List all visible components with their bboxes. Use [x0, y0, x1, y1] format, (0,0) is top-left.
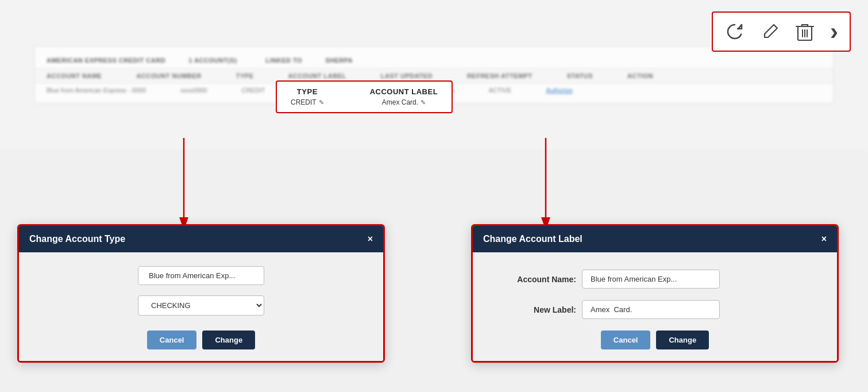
label-new-label-row: New Label: — [496, 300, 814, 319]
edit-icon[interactable] — [761, 22, 780, 41]
account-type-select[interactable]: CHECKING SAVINGS CREDIT INVESTMENT — [138, 295, 264, 316]
type-modal-header: Change Account Type × — [19, 226, 383, 252]
forward-icon[interactable]: › — [830, 20, 838, 44]
new-label-input[interactable] — [582, 300, 720, 319]
row-account-number: xxxx0000 — [180, 87, 207, 94]
institution-name: AMERICAN EXPRESS CREDIT CARD — [47, 57, 165, 64]
callout-label-col: ACCOUNT LABEL Amex Card. ✎ — [370, 87, 438, 106]
type-modal-cancel-button[interactable]: Cancel — [147, 330, 197, 349]
callout-box: TYPE CREDIT ✎ ACCOUNT LABEL Amex Card. ✎ — [276, 80, 453, 113]
label-modal-change-button[interactable]: Change — [656, 330, 709, 349]
callout-type-header: TYPE — [297, 87, 318, 96]
delete-icon[interactable] — [796, 21, 814, 42]
label-modal-close-button[interactable]: × — [821, 234, 827, 244]
row-status: ACTIVE — [489, 87, 512, 94]
type-modal-account-name: Blue from American Exp... — [138, 266, 264, 285]
row-type: CREDIT — [242, 87, 265, 94]
arrow-to-label-modal — [540, 138, 551, 232]
col-action: ACTION — [627, 72, 653, 79]
label-account-name-value: Blue from American Exp... — [582, 270, 720, 289]
label-account-name-row: Account Name: Blue from American Exp... — [496, 270, 814, 289]
type-modal-body: Blue from American Exp... CHECKING SAVIN… — [19, 252, 383, 361]
label-account-name-label: Account Name: — [496, 275, 576, 284]
type-edit-icon[interactable]: ✎ — [319, 99, 324, 106]
col-status: STATUS — [567, 72, 593, 79]
label-modal-header: Change Account Label × — [473, 226, 837, 252]
label-edit-icon[interactable]: ✎ — [421, 99, 426, 106]
col-label: ACCOUNT LABEL — [288, 72, 346, 79]
label-modal-cancel-button[interactable]: Cancel — [601, 330, 651, 349]
arrow-to-type-modal — [178, 138, 190, 232]
col-updated: LAST UPDATED — [381, 72, 433, 79]
refresh-icon[interactable] — [724, 21, 745, 42]
col-refresh: REFRESH ATTEMPT — [467, 72, 533, 79]
col-account-number: ACCOUNT NUMBER — [136, 72, 201, 79]
linked-to: SHERPA — [325, 57, 353, 64]
type-modal-change-button[interactable]: Change — [202, 330, 255, 349]
change-account-label-modal: Change Account Label × Account Name: Blu… — [471, 224, 839, 363]
row-action[interactable]: Authorize — [546, 87, 572, 94]
callout-label-value: Amex Card. ✎ — [382, 98, 426, 106]
accounts-info: 1 ACCOUNT(S) — [188, 57, 237, 64]
col-type: TYPE — [236, 72, 254, 79]
change-account-type-modal: Change Account Type × Blue from American… — [17, 224, 385, 363]
row-account-name: Blue from American Express - 0000 — [47, 87, 146, 94]
type-modal-title: Change Account Type — [29, 234, 125, 244]
label-modal-body: Account Name: Blue from American Exp... … — [473, 252, 837, 361]
type-modal-buttons: Cancel Change — [147, 330, 255, 349]
callout-type-col: TYPE CREDIT ✎ — [291, 87, 324, 106]
callout-label-header: ACCOUNT LABEL — [370, 87, 438, 96]
callout-type-value: CREDIT ✎ — [291, 98, 324, 106]
col-account-name: ACCOUNT NAME — [47, 72, 102, 79]
label-modal-title: Change Account Label — [483, 234, 582, 244]
action-icons-box: › — [712, 11, 851, 52]
type-modal-close-button[interactable]: × — [368, 234, 373, 244]
label-modal-buttons: Cancel Change — [496, 330, 814, 349]
label-new-label-label: New Label: — [496, 305, 576, 314]
